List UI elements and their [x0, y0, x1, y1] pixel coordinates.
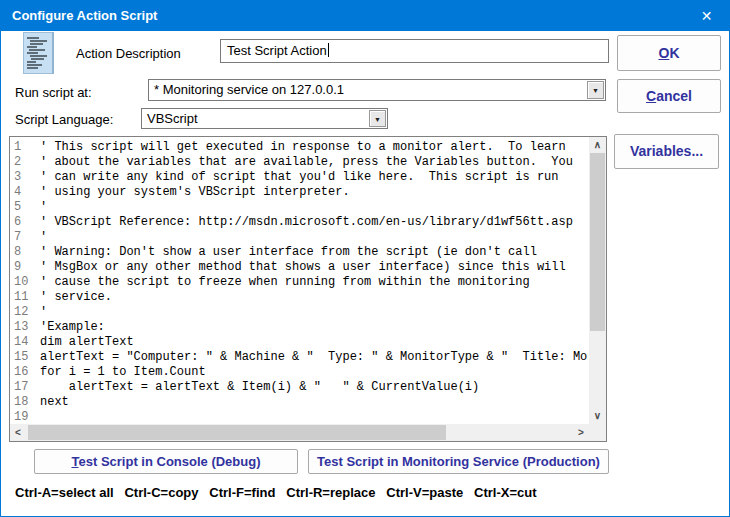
action-description-value: Test Script Action [227, 43, 327, 58]
chevron-down-icon[interactable]: ▼ [587, 81, 604, 99]
code-line: ' cause the script to freeze when runnin… [40, 275, 588, 290]
title-bar: Configure Action Script ✕ [1, 1, 729, 31]
code-line: dim alertText [40, 335, 588, 350]
code-line: ' [40, 230, 588, 245]
code-line: ' [40, 200, 588, 215]
action-description-label: Action Description [76, 46, 181, 61]
run-script-at-select[interactable]: * Monitoring service on 127.0.0.1 ▼ [148, 79, 606, 101]
scroll-left-icon[interactable]: < [10, 424, 26, 441]
text-caret [328, 43, 329, 57]
code-line: ' can write any kind of script that you'… [40, 170, 588, 185]
scrollbar-corner [589, 424, 606, 441]
code-text-area[interactable]: ' This script will get executed in respo… [40, 140, 588, 425]
scroll-right-icon[interactable]: > [573, 424, 589, 441]
window-title: Configure Action Script [12, 1, 157, 31]
code-line: ' This script will get executed in respo… [40, 140, 588, 155]
code-line: ' MsgBox or any other method that shows … [40, 260, 588, 275]
ok-button[interactable]: OK [617, 35, 721, 71]
close-icon[interactable]: ✕ [684, 1, 729, 31]
script-language-label: Script Language: [15, 112, 113, 127]
scroll-up-icon[interactable]: ∧ [589, 137, 606, 153]
code-line: next [40, 395, 588, 410]
horizontal-scrollbar-thumb[interactable] [28, 425, 446, 440]
script-icon [23, 32, 54, 74]
code-line: ' service. [40, 290, 588, 305]
variables-button[interactable]: Variables... [614, 134, 719, 169]
code-line [40, 410, 588, 425]
code-line: 'Example: [40, 320, 588, 335]
code-line: ' VBScript Reference: http://msdn.micros… [40, 215, 588, 230]
cancel-button[interactable]: Cancel [617, 79, 721, 113]
code-line: for i = 1 to Item.Count [40, 365, 588, 380]
code-line: ' Warning: Don't show a user interface f… [40, 245, 588, 260]
configure-action-script-dialog: Configure Action Script ✕ Action Descrip… [0, 0, 730, 517]
vertical-scrollbar[interactable]: ∧ ∨ [589, 137, 606, 424]
scroll-down-icon[interactable]: ∨ [589, 408, 606, 424]
code-line: ' about the variables that are available… [40, 155, 588, 170]
script-code-editor[interactable]: 12 34 56 78 910 1112 1314 1516 1718 19 '… [9, 136, 607, 442]
code-line: ' [40, 305, 588, 320]
line-number-gutter: 12 34 56 78 910 1112 1314 1516 1718 19 [14, 140, 38, 425]
run-script-at-label: Run script at: [15, 85, 92, 100]
test-script-service-button[interactable]: Test Script in Monitoring Service (Produ… [308, 449, 609, 474]
test-script-console-button[interactable]: Test Script in Console (Debug) [34, 449, 298, 474]
action-description-input[interactable]: Test Script Action [220, 39, 609, 63]
script-language-value: VBScript [147, 109, 198, 128]
keyboard-shortcuts-hint: Ctrl-A=select all Ctrl-C=copy Ctrl-F=fin… [15, 485, 537, 500]
vertical-scrollbar-thumb[interactable] [590, 153, 605, 331]
chevron-down-icon[interactable]: ▼ [369, 110, 386, 127]
code-line: ' using your system's VBScript interpret… [40, 185, 588, 200]
code-line: alertText = alertText & Item(i) & " " & … [40, 380, 588, 395]
run-script-at-value: * Monitoring service on 127.0.0.1 [154, 80, 344, 100]
script-language-select[interactable]: VBScript ▼ [141, 108, 388, 129]
code-line: alertText = "Computer: " & Machine & " T… [40, 350, 588, 365]
horizontal-scrollbar[interactable]: < > [10, 424, 589, 441]
